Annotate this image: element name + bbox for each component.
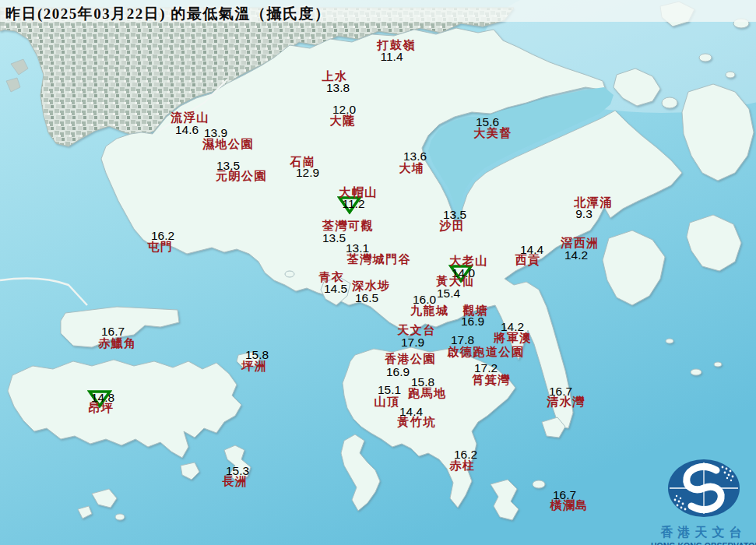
station-label: 將軍澳 [494, 331, 533, 346]
station-label: 打鼓嶺 [377, 38, 416, 53]
station-label: 啟德跑道公園 [448, 345, 525, 360]
station-label: 流浮山 [171, 111, 209, 125]
station-value: 14.2 [564, 248, 588, 262]
station-label: 昂坪 [89, 401, 114, 416]
station-label: 赤柱 [450, 459, 476, 473]
station-label: 大美督 [473, 126, 512, 141]
station-label: 石崗 [290, 155, 316, 170]
hko-logo-name-en: HONG KONG OBSERVATORY [651, 541, 756, 545]
station-label: 北潭涌 [574, 195, 613, 210]
station-label: 筲箕灣 [472, 373, 511, 388]
station-label: 山頂 [374, 395, 400, 410]
station-label: 香港公園 [385, 352, 436, 367]
hko-min-temperature-map: 昨日(2025年03月22日) 的最低氣溫（攝氏度） 11.4打鼓嶺13.8上水… [0, 0, 756, 545]
station-label: 大帽山 [339, 185, 378, 200]
station-label: 跑馬地 [408, 386, 447, 401]
station-label: 天文台 [397, 323, 436, 338]
station-label: 屯門 [148, 240, 174, 255]
hko-logo: 香港天文台 HONG KONG OBSERVATORY [651, 456, 756, 545]
station-label: 沙田 [440, 219, 466, 234]
station-label: 九龍城 [410, 304, 449, 318]
hko-logo-icon [651, 456, 756, 520]
station-label: 青衣 [319, 270, 345, 285]
station-label: 大埔 [399, 161, 425, 176]
station-label: 荃灣可觀 [322, 219, 374, 234]
station-label: 元朗公園 [216, 169, 267, 184]
station-value: 15.4 [437, 287, 460, 301]
station-value: 14.6 [175, 123, 199, 137]
station-label: 上水 [322, 69, 348, 84]
hko-logo-name-cn: 香港天文台 [651, 525, 756, 541]
station-label: 荃灣城門谷 [347, 252, 412, 267]
station-label: 赤鱲角 [98, 336, 137, 351]
station-label: 大隴 [330, 114, 356, 128]
station-label: 長洲 [223, 474, 248, 489]
station-value: 16.9 [386, 365, 410, 379]
station-label: 大老山 [449, 254, 488, 269]
station-label: 濕地公園 [202, 137, 254, 152]
station-label: 坪洲 [242, 359, 268, 374]
station-label: 橫瀾島 [550, 498, 589, 513]
station-label: 滘西洲 [561, 236, 600, 251]
station-value: 16.5 [355, 291, 378, 305]
station-label: 黃竹坑 [397, 415, 436, 430]
station-value: 13.5 [322, 231, 346, 245]
station-label: 觀塘 [463, 304, 489, 318]
station-label: 西貢 [515, 253, 541, 268]
station-value: 17.9 [401, 336, 424, 350]
stations-layer: 11.4打鼓嶺13.8上水12.0大隴15.6大美督14.6流浮山13.9濕地公… [0, 0, 756, 545]
station-label: 深水埗 [352, 279, 391, 294]
station-label: 清水灣 [547, 395, 585, 410]
station-label: 黃大仙 [436, 274, 475, 289]
